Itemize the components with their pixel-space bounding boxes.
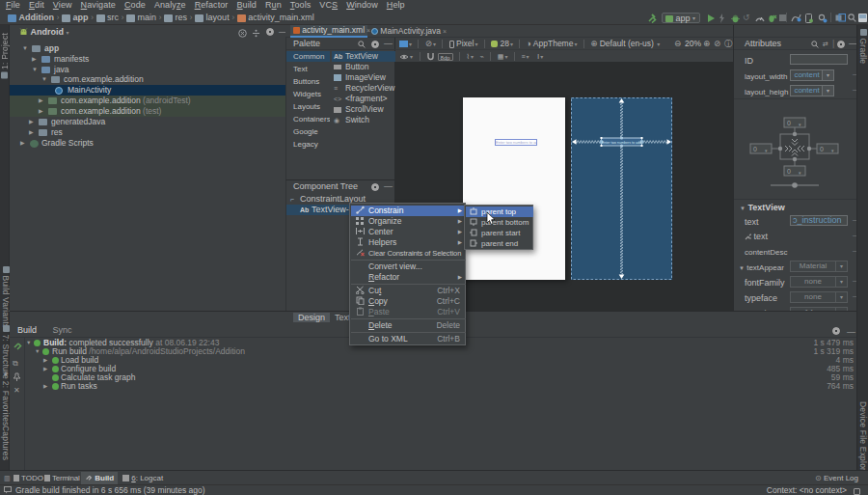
svg-text:0: 0 xyxy=(820,146,824,152)
svg-text:0: 0 xyxy=(787,120,791,126)
svg-text:0: 0 xyxy=(787,168,791,175)
svg-text:Enter two numbers to add: Enter two numbers to add xyxy=(602,141,641,145)
svg-text:0: 0 xyxy=(753,146,757,152)
